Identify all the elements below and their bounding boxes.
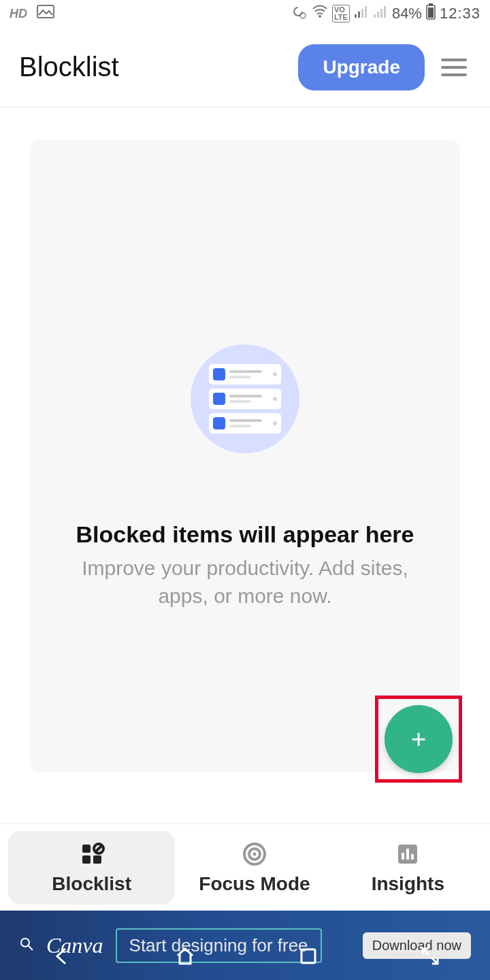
ad-brand: Canva — [46, 933, 103, 958]
svg-line-27 — [29, 946, 33, 950]
svg-point-1 — [300, 13, 306, 18]
svg-rect-23 — [402, 853, 404, 860]
svg-rect-8 — [377, 12, 379, 18]
empty-state-illustration — [191, 344, 299, 453]
ad-cta-button[interactable]: Download now — [363, 932, 471, 959]
battery-text: 84% — [392, 5, 422, 22]
svg-rect-7 — [374, 14, 376, 18]
blocklist-icon — [78, 840, 105, 868]
volte-icon: VOLTE — [332, 5, 350, 22]
svg-rect-5 — [361, 9, 363, 18]
nav-label: Insights — [372, 873, 444, 895]
ad-banner[interactable]: Canva Start designing for free Download … — [0, 911, 490, 980]
nav-label: Blocklist — [52, 873, 131, 895]
app-header: Blocklist Upgrade — [0, 27, 490, 108]
nav-label: Focus Mode — [199, 873, 310, 895]
magnify-icon — [19, 936, 34, 954]
target-icon — [241, 840, 268, 868]
nav-blocklist[interactable]: Blocklist — [8, 831, 175, 904]
svg-point-21 — [252, 852, 256, 855]
svg-rect-17 — [82, 855, 91, 864]
svg-rect-18 — [93, 855, 101, 864]
svg-rect-13 — [429, 3, 433, 5]
page-title: Blocklist — [19, 52, 119, 82]
svg-rect-14 — [82, 845, 91, 853]
svg-rect-9 — [380, 9, 382, 18]
status-bar: HD VOLTE 84% 12:33 — [0, 0, 490, 27]
battery-icon — [426, 3, 436, 24]
svg-point-2 — [318, 15, 321, 18]
signal-icon-2 — [373, 5, 388, 22]
svg-rect-4 — [358, 12, 360, 18]
svg-rect-12 — [428, 7, 434, 18]
chart-icon — [394, 840, 421, 868]
clock-text: 12:33 — [440, 5, 480, 22]
add-button[interactable]: + — [385, 705, 453, 773]
empty-state-subtitle: Improve your productivity. Add sites, ap… — [30, 555, 460, 610]
ad-text: Start designing for free — [116, 928, 322, 963]
svg-point-26 — [21, 938, 29, 947]
bottom-nav: Blocklist Focus Mode Insights — [0, 823, 490, 911]
svg-rect-10 — [384, 6, 386, 18]
image-icon — [37, 5, 54, 22]
signal-icon-1 — [354, 5, 369, 22]
tutorial-highlight: + — [375, 696, 462, 783]
svg-line-16 — [95, 845, 102, 852]
plus-icon: + — [411, 726, 426, 752]
upgrade-button[interactable]: Upgrade — [298, 44, 425, 91]
empty-state-title: Blocked items will appear here — [30, 521, 460, 548]
svg-rect-24 — [406, 849, 409, 860]
svg-rect-3 — [355, 14, 357, 18]
dnd-icon — [291, 3, 308, 24]
svg-rect-25 — [411, 854, 414, 860]
svg-rect-6 — [365, 6, 367, 18]
svg-rect-0 — [37, 5, 54, 18]
hamburger-menu-icon[interactable] — [441, 52, 471, 82]
wifi-icon — [312, 5, 328, 22]
nav-focus-mode[interactable]: Focus Mode — [178, 840, 331, 895]
empty-state-card: Blocked items will appear here Improve y… — [30, 140, 460, 772]
nav-insights[interactable]: Insights — [331, 840, 485, 895]
hd-indicator: HD — [10, 7, 27, 21]
